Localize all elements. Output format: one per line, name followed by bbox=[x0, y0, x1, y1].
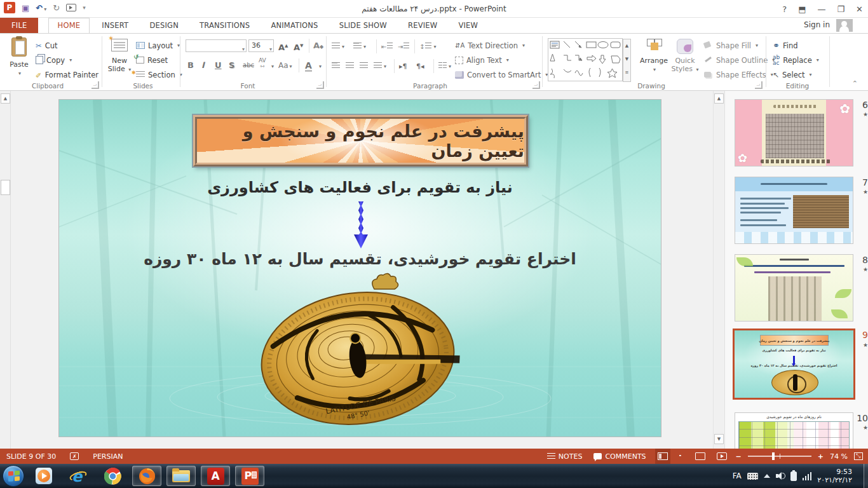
fit-slide-to-window-icon[interactable] bbox=[854, 452, 863, 460]
bullets-button[interactable]: ▾ bbox=[332, 40, 344, 53]
text-direction-button[interactable]: ⇵AText Direction▾ bbox=[455, 39, 525, 52]
font-color-button[interactable]: A bbox=[305, 59, 312, 72]
character-spacing-dropdown-icon[interactable]: ▾ bbox=[270, 59, 274, 72]
zoom-slider-thumb[interactable] bbox=[772, 452, 775, 460]
replace-button[interactable]: abacReplace▾ bbox=[773, 53, 819, 67]
align-right-button[interactable] bbox=[360, 60, 368, 72]
slide-counter[interactable]: SLIDE 9 OF 30 bbox=[6, 452, 56, 461]
new-slide-button[interactable]: NewSlide ▾ bbox=[105, 39, 133, 74]
strikethrough-button[interactable]: abc bbox=[243, 59, 254, 72]
shrink-font-button[interactable]: A▼ bbox=[294, 39, 303, 52]
find-button[interactable]: Find bbox=[773, 39, 797, 52]
view-reading-button[interactable] bbox=[693, 449, 708, 464]
editor-scroll-up-icon[interactable]: ▲ bbox=[714, 93, 724, 104]
paste-button[interactable]: Paste▾ bbox=[6, 37, 32, 86]
font-size-combo[interactable]: 36▾ bbox=[248, 39, 274, 52]
notes-button[interactable]: NOTES bbox=[545, 449, 585, 464]
start-button[interactable] bbox=[3, 465, 24, 487]
close-icon[interactable]: ✕ bbox=[856, 4, 863, 14]
paragraph-dialog-launcher-icon[interactable] bbox=[532, 81, 540, 89]
restore-icon[interactable]: ❐ bbox=[837, 4, 844, 14]
shape-outline-button[interactable]: Shape Outline▾ bbox=[704, 53, 775, 67]
keyboard-icon[interactable] bbox=[747, 473, 758, 480]
tab-view[interactable]: VIEW bbox=[449, 18, 487, 33]
thumbnail-slide-7[interactable] bbox=[735, 177, 853, 244]
battery-icon[interactable] bbox=[790, 471, 797, 481]
network-signal-icon[interactable] bbox=[803, 471, 812, 480]
ribbon-display-options-icon[interactable]: ⬒ bbox=[798, 4, 806, 14]
language-switcher[interactable]: FA bbox=[733, 471, 742, 480]
italic-button[interactable]: I bbox=[201, 59, 205, 72]
tab-home[interactable]: HOME bbox=[48, 18, 90, 33]
character-spacing-button[interactable]: AV⇿ bbox=[259, 58, 266, 71]
align-text-button[interactable]: Align Text▾ bbox=[455, 53, 509, 67]
view-normal-button[interactable] bbox=[655, 449, 670, 464]
arrange-button[interactable]: Arrange▾ bbox=[639, 39, 669, 74]
scroll-up-icon[interactable]: ▲ bbox=[1, 93, 10, 104]
align-left-button[interactable] bbox=[332, 60, 340, 72]
tab-slide-show[interactable]: SLIDE SHOW bbox=[330, 18, 396, 33]
sign-in-link[interactable]: Sign in bbox=[804, 20, 830, 29]
tab-animations[interactable]: ANIMATIONS bbox=[262, 18, 327, 33]
rtl-direction-button[interactable]: ¶◂ bbox=[416, 60, 424, 72]
font-color-dropdown-icon[interactable]: ▾ bbox=[318, 59, 322, 72]
thumbnail-slide-6[interactable]: ✿ ✿ bbox=[735, 99, 853, 166]
underline-button[interactable]: U bbox=[215, 59, 222, 72]
view-slideshow-button[interactable] bbox=[714, 449, 729, 464]
cut-button[interactable]: ✂Cut bbox=[36, 39, 57, 52]
comments-button[interactable]: COMMENTS bbox=[591, 449, 648, 464]
spell-check-icon[interactable]: ✗ bbox=[70, 452, 79, 460]
minimize-icon[interactable]: — bbox=[817, 4, 825, 14]
reset-button[interactable]: Reset bbox=[136, 53, 168, 67]
convert-to-smartart-button[interactable]: Convert to SmartArt▾ bbox=[455, 68, 548, 81]
taskbar-chrome-button[interactable] bbox=[98, 466, 127, 486]
view-slide-sorter-button[interactable] bbox=[677, 449, 686, 464]
section-button[interactable]: Section▾ bbox=[136, 68, 182, 81]
justify-button[interactable]: ▾ bbox=[374, 60, 386, 72]
zoom-in-icon[interactable]: + bbox=[818, 452, 824, 461]
decrease-indent-button[interactable]: ⇤ bbox=[381, 40, 393, 53]
taskbar-wmp-button[interactable] bbox=[29, 466, 58, 486]
shape-effects-button[interactable]: Shape Effects▾ bbox=[704, 68, 773, 81]
tab-transitions[interactable]: TRANSITIONS bbox=[191, 18, 259, 33]
language-indicator[interactable]: PERSIAN bbox=[93, 452, 123, 461]
slide-body-line2[interactable]: اختراع تقویم خورشیدی، تقسیم سال به ۱۲ ما… bbox=[59, 250, 661, 268]
drawing-dialog-launcher-icon[interactable] bbox=[755, 81, 763, 89]
show-desktop-button[interactable] bbox=[864, 464, 868, 488]
help-icon[interactable]: ? bbox=[782, 4, 787, 14]
taskbar-explorer-button[interactable] bbox=[166, 466, 196, 486]
ltr-direction-button[interactable]: ▸¶ bbox=[399, 60, 407, 72]
show-hidden-icons[interactable] bbox=[764, 474, 770, 478]
font-name-combo[interactable]: ▾ bbox=[186, 39, 247, 52]
columns-button[interactable]: ▾ bbox=[438, 60, 451, 72]
thumbnail-slide-9-current[interactable]: پیشرفت در علم نجوم و سنجش و تعیین زمان ن… bbox=[733, 329, 855, 400]
thumbnail-slide-8[interactable] bbox=[735, 254, 853, 322]
select-button[interactable]: Select▾ bbox=[773, 68, 812, 81]
editor-scroll-down-icon[interactable]: ▼ bbox=[714, 434, 724, 444]
grow-font-button[interactable]: A▲ bbox=[278, 39, 288, 52]
tab-file[interactable]: FILE bbox=[0, 18, 38, 33]
numbering-button[interactable]: ▾ bbox=[353, 40, 366, 53]
quick-styles-button[interactable]: QuickStyles ▾ bbox=[670, 39, 700, 74]
align-center-button[interactable] bbox=[346, 60, 354, 72]
avatar[interactable] bbox=[836, 19, 853, 32]
slide-body-line1[interactable]: نیاز به تقویم برای فعالیت های کشاورزی bbox=[59, 179, 661, 196]
shapes-gallery[interactable]: ▲▼≡ bbox=[548, 38, 623, 81]
format-painter-button[interactable]: ✏Format Painter bbox=[36, 68, 98, 81]
zoom-slider[interactable] bbox=[748, 456, 811, 457]
volume-icon[interactable] bbox=[776, 472, 785, 480]
taskbar-powerpoint-button[interactable]: P bbox=[235, 466, 264, 486]
taskbar-firefox-button[interactable] bbox=[132, 466, 161, 486]
left-scrollbar[interactable]: ▲ bbox=[0, 91, 11, 449]
tab-design[interactable]: DESIGN bbox=[140, 18, 187, 33]
layout-button[interactable]: Layout▾ bbox=[136, 39, 180, 52]
slide-title-box[interactable]: پیشرفت در علم نجوم و سنجش و تعیین زمان bbox=[193, 115, 528, 166]
text-shadow-button[interactable]: S bbox=[229, 59, 234, 72]
clipboard-dialog-launcher-icon[interactable] bbox=[92, 81, 99, 89]
tab-insert[interactable]: INSERT bbox=[93, 18, 137, 33]
taskbar-ie-button[interactable]: e bbox=[64, 466, 93, 486]
clock[interactable]: 9:53 ۲۰۲۱/۲۲/۱۲ bbox=[817, 468, 852, 484]
bold-button[interactable]: B bbox=[187, 59, 194, 72]
collapse-ribbon-icon[interactable]: ⌃ bbox=[852, 79, 858, 88]
taskbar-acrobat-button[interactable]: A bbox=[201, 466, 230, 486]
